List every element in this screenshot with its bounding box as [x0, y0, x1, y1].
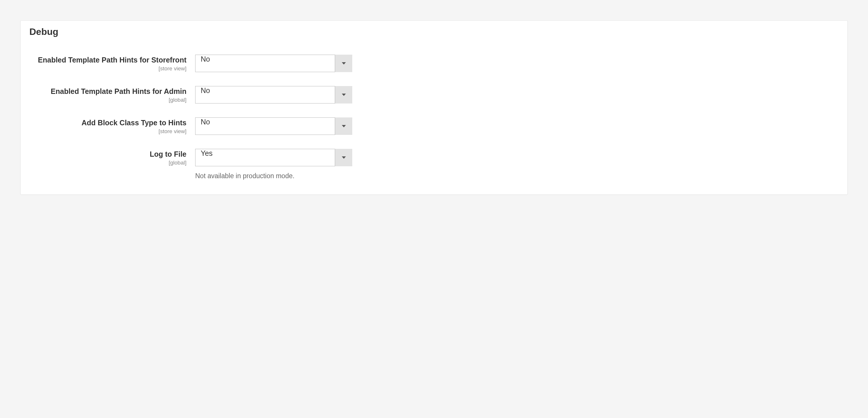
log-to-file-select[interactable]: Yes: [195, 149, 352, 166]
control-col: No: [195, 86, 352, 103]
template-hints-storefront-select[interactable]: No: [195, 55, 352, 72]
field-row-template-hints-admin: Enabled Template Path Hints for Admin [g…: [29, 86, 839, 103]
select-wrap: Yes: [195, 149, 352, 166]
label-col: Enabled Template Path Hints for Admin [g…: [29, 86, 195, 103]
field-note: Not available in production mode.: [195, 172, 352, 180]
block-class-hints-select[interactable]: No: [195, 118, 352, 135]
field-scope: [store view]: [29, 128, 186, 135]
control-col: No: [195, 55, 352, 72]
field-label: Log to File: [29, 150, 186, 159]
debug-panel: Debug Enabled Template Path Hints for St…: [20, 20, 848, 195]
panel-title: Debug: [29, 27, 839, 37]
field-row-log-to-file: Log to File [global] Yes Not available i…: [29, 149, 839, 180]
control-col: Yes Not available in production mode.: [195, 149, 352, 180]
field-label: Add Block Class Type to Hints: [29, 118, 186, 128]
field-scope: [store view]: [29, 65, 186, 72]
label-col: Log to File [global]: [29, 149, 195, 166]
field-scope: [global]: [29, 160, 186, 166]
label-col: Add Block Class Type to Hints [store vie…: [29, 118, 195, 135]
field-row-block-class-hints: Add Block Class Type to Hints [store vie…: [29, 118, 839, 135]
field-row-template-hints-storefront: Enabled Template Path Hints for Storefro…: [29, 55, 839, 72]
template-hints-admin-select[interactable]: No: [195, 86, 352, 103]
field-scope: [global]: [29, 97, 186, 103]
control-col: No: [195, 118, 352, 135]
select-wrap: No: [195, 118, 352, 135]
select-wrap: No: [195, 86, 352, 103]
field-label: Enabled Template Path Hints for Storefro…: [29, 55, 186, 65]
field-label: Enabled Template Path Hints for Admin: [29, 87, 186, 96]
label-col: Enabled Template Path Hints for Storefro…: [29, 55, 195, 72]
select-wrap: No: [195, 55, 352, 72]
